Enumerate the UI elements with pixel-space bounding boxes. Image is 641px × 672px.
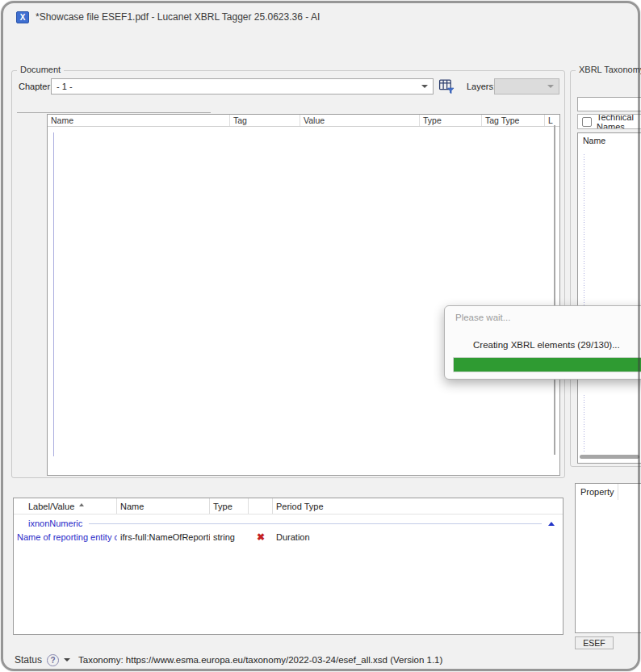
tag-label-link[interactable]: Name of reporting entity o... [14,531,117,543]
tab-underline [17,112,211,113]
tagging-table-rows [48,127,559,475]
tree-dotted-line [584,395,584,453]
tree-horizontal-scrollbar[interactable] [580,455,639,459]
tagging-table: Name Tag Value Type Tag Type L [47,114,560,476]
tags-table-header: Label/Value Name Type Period Type [14,498,563,514]
chapter-label: Chapter: [19,82,52,91]
column-header-tag[interactable]: Tag [230,115,300,126]
tree-dotted-line [584,154,584,317]
technical-names-checkbox-row[interactable]: Technical Names [577,114,641,129]
tag-group-row[interactable]: ixnonNumeric [14,518,563,529]
technical-names-label: Technical Names [597,114,641,129]
please-wait-dialog: Please wait... Creating XBRL elements (2… [444,305,641,380]
dialog-title: Please wait... [455,313,510,322]
table-filter-button[interactable] [438,78,455,94]
tag-row[interactable]: Name of reporting entity o... ifrs-full:… [14,531,563,543]
taxonomy-search-input[interactable] [577,97,641,111]
column-header-type[interactable]: Type [210,498,249,514]
properties-table: Property [575,483,641,633]
chapter-select[interactable]: - 1 - [51,78,434,94]
tag-group-label: ixnonNumeric [28,519,82,528]
tags-table: Label/Value Name Type Period Type ixnonN… [13,498,563,635]
column-header-period-type[interactable]: Period Type [273,498,563,514]
column-header-name[interactable]: Name [117,498,210,514]
document-panel: Document Chapter: - 1 - Layers: Name Tag… [11,70,565,478]
column-header-type[interactable]: Type [420,115,482,126]
help-icon[interactable]: ? [47,654,59,666]
group-divider-line [89,523,542,524]
table-vertical-scrollbar[interactable] [554,125,555,455]
chevron-down-icon [547,85,554,88]
app-icon: X [16,11,29,23]
chevron-down-icon[interactable] [64,658,70,662]
technical-names-checkbox[interactable] [582,117,592,127]
dialog-message: Creating XBRL elements (29/130)... [473,340,620,350]
error-x-icon: ✖ [257,531,265,543]
column-header-value[interactable]: Value [300,115,420,126]
layers-label: Layers: [467,82,496,91]
chapter-value: - 1 - [57,82,73,91]
tag-type: string [210,531,249,543]
progress-bar [453,357,641,372]
tree-column-header: Name [583,136,605,145]
document-group-label: Document [17,65,64,74]
tag-name: ifrs-full:NameOfReporting... [117,531,210,543]
xbrl-taxonomy-panel: XBRL Taxonomy Technical Names Name [570,70,641,467]
column-header-icon[interactable] [249,498,273,514]
tab-esef[interactable]: ESEF [575,636,614,649]
column-header-label-value[interactable]: Label/Value [14,498,117,514]
window-title: *Showcase file ESEF1.pdf - Lucanet XBRL … [36,11,320,23]
column-header-name[interactable]: Name [48,115,230,126]
tree-connector-line [53,132,54,456]
chevron-down-icon [421,85,428,88]
sort-ascending-icon [79,503,84,506]
status-label: Status [15,654,42,666]
title-bar: X *Showcase file ESEF1.pdf - Lucanet XBR… [16,10,320,24]
status-bar: Status ? Taxonomy: https://www.esma.euro… [15,653,442,667]
tag-period-type: Duration [273,531,563,543]
collapse-group-icon[interactable] [548,522,555,526]
app-window: X *Showcase file ESEF1.pdf - Lucanet XBR… [0,0,641,672]
taxonomy-status-text: Taxonomy: https://www.esma.europa.eu/tax… [78,655,442,665]
layers-select [494,78,559,94]
column-header-tag-type[interactable]: Tag Type [482,115,545,126]
xbrl-taxonomy-group-label: XBRL Taxonomy [576,65,641,74]
progress-bar-fill [454,358,641,372]
taxonomy-tree: Name [577,132,641,464]
column-header-label[interactable]: L [545,115,559,126]
tagging-table-header: Name Tag Value Type Tag Type L [48,115,559,127]
column-header-property[interactable]: Property [576,484,618,500]
table-filter-icon [438,78,455,94]
